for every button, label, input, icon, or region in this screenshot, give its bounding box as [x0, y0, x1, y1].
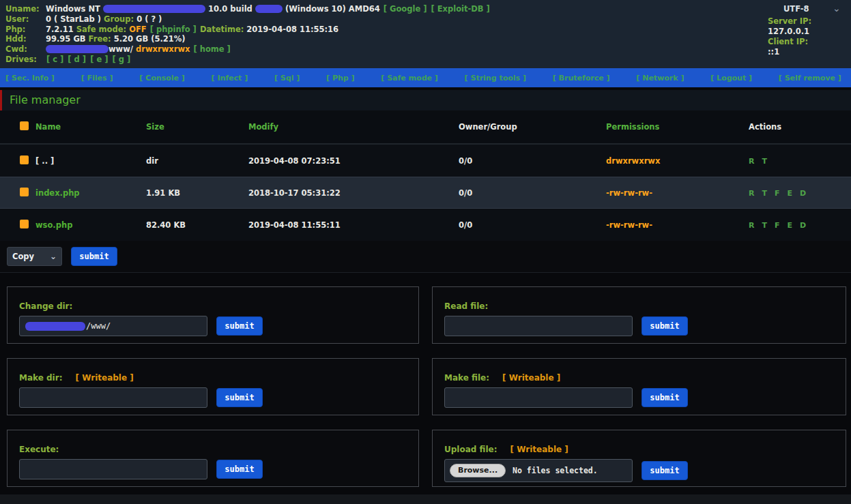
- action-edit[interactable]: E: [788, 221, 793, 230]
- column-header-size[interactable]: Size: [146, 122, 248, 132]
- make-dir-panel: Make dir: [ Writeable ] submit: [7, 358, 419, 415]
- browse-button[interactable]: Browse...: [450, 464, 506, 477]
- execute-panel: Execute: submit: [7, 430, 419, 487]
- change-dir-submit-button[interactable]: submit: [216, 316, 263, 336]
- writeable-badge: [ Writeable ]: [502, 373, 560, 383]
- drive-e-link[interactable]: [ e ]: [90, 55, 108, 64]
- tab-logout[interactable]: [ Logout ]: [710, 74, 752, 83]
- execute-submit-button[interactable]: submit: [216, 460, 263, 479]
- drive-d-link[interactable]: [ d ]: [68, 55, 86, 64]
- tab-network[interactable]: [ Network ]: [636, 74, 684, 83]
- tab-files[interactable]: [ Files ]: [81, 74, 113, 83]
- server-ip-value: 127.0.0.1: [768, 27, 809, 36]
- table-row-index-php: index.php 1.91 KB 2018-10-17 05:31:22 0/…: [0, 177, 851, 209]
- uname-build: 10.0 build: [208, 4, 253, 14]
- tab-php[interactable]: [ Php ]: [326, 74, 354, 83]
- group-label: Group:: [104, 14, 134, 24]
- action-touch[interactable]: T: [762, 221, 768, 230]
- cwd-label: Cwd:: [5, 44, 46, 55]
- read-file-label: Read file:: [444, 301, 488, 311]
- action-download[interactable]: D: [800, 221, 806, 230]
- action-edit[interactable]: E: [788, 189, 793, 198]
- drives-row: Drives: [ c ] [ d ] [ e ] [ g ]: [5, 55, 851, 65]
- phpinfo-link[interactable]: [ phpinfo ]: [150, 25, 197, 34]
- tab-safe-mode[interactable]: [ Safe mode ]: [381, 74, 438, 83]
- change-dir-value: /www/: [86, 321, 111, 331]
- read-file-submit-button[interactable]: submit: [641, 316, 688, 336]
- writeable-badge: [ Writeable ]: [76, 373, 134, 383]
- file-link[interactable]: wso.php: [35, 220, 146, 230]
- cwd-permissions: drwxrwxrwx: [136, 44, 190, 54]
- read-file-input[interactable]: [444, 316, 633, 336]
- tab-sql[interactable]: [ Sql ]: [274, 74, 300, 83]
- row-checkbox[interactable]: [20, 155, 29, 164]
- tab-string-tools[interactable]: [ String tools ]: [465, 74, 526, 83]
- free-label: Free:: [89, 34, 111, 44]
- action-rename[interactable]: R: [749, 221, 754, 230]
- table-row-wso-php: wso.php 82.40 KB 2019-04-08 11:55:11 0/0…: [0, 209, 851, 241]
- chevron-down-icon[interactable]: ⌄: [833, 3, 841, 14]
- column-header-permissions[interactable]: Permissions: [606, 122, 749, 132]
- writeable-badge: [ Writeable ]: [510, 445, 568, 454]
- home-link[interactable]: [ home ]: [193, 44, 230, 54]
- change-dir-panel: Change dir: /www/ submit: [7, 286, 419, 344]
- google-link[interactable]: [ Google ]: [384, 4, 427, 14]
- file-link[interactable]: [ .. ]: [35, 156, 146, 166]
- tab-infect[interactable]: [ Infect ]: [212, 74, 248, 83]
- execute-input[interactable]: [19, 459, 207, 479]
- bulk-submit-button[interactable]: submit: [71, 247, 117, 266]
- tab-self-remove[interactable]: [ Self remove ]: [779, 74, 841, 83]
- tab-bruteforce[interactable]: [ Bruteforce ]: [553, 74, 610, 83]
- hdd-label: Hdd:: [5, 34, 46, 44]
- upload-file-submit-button[interactable]: submit: [641, 461, 688, 480]
- charset-select[interactable]: UTF-8: [783, 4, 809, 14]
- bulk-action-select[interactable]: Copy ⌄: [7, 247, 62, 266]
- action-frame[interactable]: F: [775, 221, 780, 230]
- uname-label: Uname:: [5, 4, 46, 14]
- tab-console[interactable]: [ Console ]: [139, 74, 185, 83]
- form-panels: Change dir: /www/ submit Read file: subm…: [0, 286, 851, 487]
- row-checkbox[interactable]: [20, 220, 29, 228]
- drive-c-link[interactable]: [ c ]: [46, 55, 63, 64]
- file-modify: 2019-04-08 07:23:51: [248, 156, 459, 166]
- action-download[interactable]: D: [800, 189, 806, 198]
- bulk-action-bar: Copy ⌄ submit: [0, 241, 851, 273]
- make-file-submit-button[interactable]: submit: [641, 388, 688, 407]
- server-ip-label: Server IP:: [768, 16, 811, 27]
- file-permissions[interactable]: -rw-rw-rw-: [606, 220, 749, 230]
- column-header-modify[interactable]: Modify: [248, 122, 459, 132]
- action-frame[interactable]: F: [775, 189, 780, 198]
- change-dir-input[interactable]: /www/: [19, 316, 207, 336]
- tab-sec-info[interactable]: [ Sec. Info ]: [5, 74, 55, 83]
- php-version: 7.2.11: [46, 25, 74, 34]
- drive-g-link[interactable]: [ g ]: [112, 55, 130, 64]
- make-dir-submit-button[interactable]: submit: [216, 388, 263, 407]
- redaction-blob: [103, 5, 205, 13]
- file-actions: R T F E D: [749, 188, 851, 198]
- row-checkbox[interactable]: [20, 188, 29, 196]
- action-touch[interactable]: T: [762, 189, 768, 198]
- free-value: 5.20 GB (5.21%): [114, 34, 186, 44]
- select-all-checkbox[interactable]: [20, 121, 29, 130]
- file-permissions[interactable]: -rw-rw-rw-: [606, 188, 749, 198]
- table-row-parent-dir: [ .. ] dir 2019-04-08 07:23:51 0/0 drwxr…: [0, 145, 851, 177]
- file-link[interactable]: index.php: [35, 188, 146, 198]
- action-touch[interactable]: T: [762, 157, 768, 166]
- datetime-value: 2019-04-08 11:55:16: [246, 25, 338, 34]
- redaction-blob: [255, 5, 283, 13]
- uname-row: Uname: Windows NT 10.0 build (Windows 10…: [5, 4, 851, 14]
- bulk-action-selected: Copy: [12, 252, 34, 261]
- file-actions: R T: [749, 156, 851, 166]
- exploitdb-link[interactable]: [ Exploit-DB ]: [431, 4, 489, 14]
- cwd-path: www/: [109, 44, 133, 54]
- uname-os: Windows NT: [46, 4, 100, 14]
- action-rename[interactable]: R: [749, 189, 754, 198]
- safe-mode-label: Safe mode:: [76, 25, 126, 34]
- action-rename[interactable]: R: [749, 157, 754, 166]
- make-file-input[interactable]: [444, 387, 633, 408]
- make-dir-input[interactable]: [19, 387, 207, 408]
- upload-file-input[interactable]: Browse... No files selected.: [444, 459, 633, 482]
- file-permissions[interactable]: drwxrwxrwx: [606, 156, 749, 166]
- ip-info: Server IP: 127.0.0.1 Client IP: ::1: [768, 16, 811, 57]
- column-header-name[interactable]: Name: [35, 122, 146, 132]
